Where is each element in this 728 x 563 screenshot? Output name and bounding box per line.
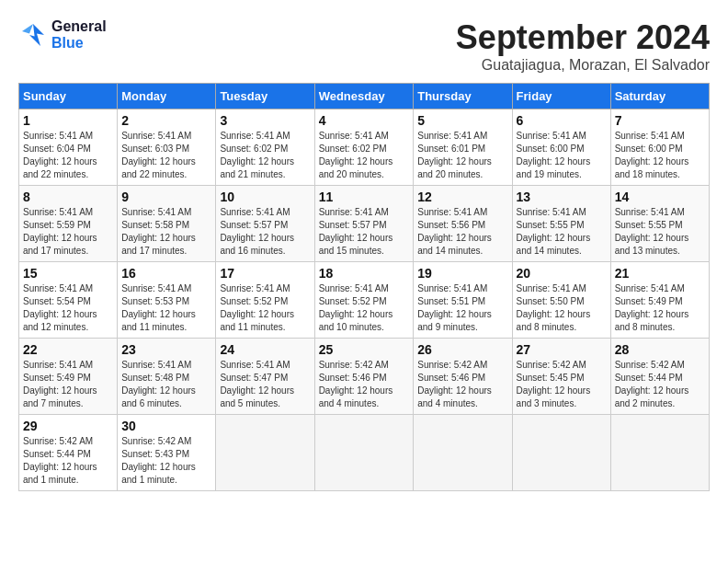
calendar-cell: 7Sunrise: 5:41 AM Sunset: 6:00 PM Daylig… — [610, 109, 709, 186]
day-info: Sunrise: 5:42 AM Sunset: 5:46 PM Dayligh… — [319, 359, 410, 410]
calendar-cell: 14Sunrise: 5:41 AM Sunset: 5:55 PM Dayli… — [610, 186, 709, 262]
day-number: 20 — [517, 266, 607, 281]
calendar-header-tuesday: Tuesday — [216, 84, 314, 109]
calendar-cell: 24Sunrise: 5:41 AM Sunset: 5:47 PM Dayli… — [216, 339, 314, 415]
day-info: Sunrise: 5:42 AM Sunset: 5:45 PM Dayligh… — [517, 359, 607, 410]
day-info: Sunrise: 5:41 AM Sunset: 6:02 PM Dayligh… — [220, 130, 310, 181]
day-number: 25 — [319, 342, 410, 357]
day-number: 22 — [23, 342, 113, 357]
calendar-cell: 17Sunrise: 5:41 AM Sunset: 5:52 PM Dayli… — [216, 262, 314, 339]
day-info: Sunrise: 5:41 AM Sunset: 5:55 PM Dayligh… — [615, 206, 705, 258]
day-info: Sunrise: 5:41 AM Sunset: 6:04 PM Dayligh… — [23, 130, 113, 181]
day-info: Sunrise: 5:41 AM Sunset: 5:49 PM Dayligh… — [615, 282, 705, 334]
calendar-cell: 16Sunrise: 5:41 AM Sunset: 5:53 PM Dayli… — [118, 262, 216, 339]
day-number: 14 — [615, 190, 705, 204]
calendar-cell: 30Sunrise: 5:42 AM Sunset: 5:43 PM Dayli… — [118, 415, 216, 491]
calendar-cell: 23Sunrise: 5:41 AM Sunset: 5:48 PM Dayli… — [118, 339, 216, 415]
calendar-cell — [216, 415, 314, 491]
day-number: 5 — [417, 113, 507, 128]
day-info: Sunrise: 5:41 AM Sunset: 5:48 PM Dayligh… — [121, 359, 211, 410]
day-number: 1 — [23, 113, 113, 128]
calendar-cell: 21Sunrise: 5:41 AM Sunset: 5:49 PM Dayli… — [610, 262, 709, 339]
calendar-cell — [414, 415, 512, 491]
calendar-header-thursday: Thursday — [414, 84, 512, 109]
day-number: 15 — [23, 266, 113, 281]
calendar-header-sunday: Sunday — [19, 84, 118, 109]
day-number: 26 — [417, 342, 507, 357]
day-info: Sunrise: 5:41 AM Sunset: 6:03 PM Dayligh… — [121, 130, 211, 181]
day-number: 19 — [417, 266, 507, 281]
calendar-cell: 13Sunrise: 5:41 AM Sunset: 5:55 PM Dayli… — [512, 186, 610, 262]
logo-text: General Blue — [51, 18, 107, 52]
day-number: 3 — [220, 113, 310, 128]
day-info: Sunrise: 5:41 AM Sunset: 5:47 PM Dayligh… — [220, 359, 310, 410]
day-info: Sunrise: 5:41 AM Sunset: 5:57 PM Dayligh… — [220, 206, 310, 258]
day-info: Sunrise: 5:41 AM Sunset: 6:00 PM Dayligh… — [615, 130, 705, 181]
calendar-cell: 18Sunrise: 5:41 AM Sunset: 5:52 PM Dayli… — [314, 262, 414, 339]
day-info: Sunrise: 5:41 AM Sunset: 6:02 PM Dayligh… — [319, 130, 410, 181]
day-info: Sunrise: 5:41 AM Sunset: 6:00 PM Dayligh… — [517, 130, 607, 181]
day-number: 8 — [23, 190, 113, 204]
location-subtitle: Guatajiagua, Morazan, El Salvador — [456, 57, 710, 74]
day-info: Sunrise: 5:41 AM Sunset: 5:49 PM Dayligh… — [23, 359, 113, 410]
day-info: Sunrise: 5:41 AM Sunset: 5:58 PM Dayligh… — [121, 206, 211, 258]
day-info: Sunrise: 5:42 AM Sunset: 5:43 PM Dayligh… — [121, 435, 211, 487]
calendar-cell: 3Sunrise: 5:41 AM Sunset: 6:02 PM Daylig… — [216, 109, 314, 186]
calendar-cell: 11Sunrise: 5:41 AM Sunset: 5:57 PM Dayli… — [314, 186, 414, 262]
day-info: Sunrise: 5:41 AM Sunset: 5:53 PM Dayligh… — [121, 282, 211, 334]
day-number: 17 — [220, 266, 310, 281]
day-info: Sunrise: 5:41 AM Sunset: 5:56 PM Dayligh… — [417, 206, 507, 258]
calendar-cell: 25Sunrise: 5:42 AM Sunset: 5:46 PM Dayli… — [314, 339, 414, 415]
calendar-cell: 5Sunrise: 5:41 AM Sunset: 6:01 PM Daylig… — [414, 109, 512, 186]
day-info: Sunrise: 5:42 AM Sunset: 5:46 PM Dayligh… — [417, 359, 507, 410]
calendar-cell: 22Sunrise: 5:41 AM Sunset: 5:49 PM Dayli… — [19, 339, 118, 415]
day-number: 6 — [517, 113, 607, 128]
calendar-header-saturday: Saturday — [610, 84, 709, 109]
calendar-week-row: 8Sunrise: 5:41 AM Sunset: 5:59 PM Daylig… — [19, 186, 710, 262]
calendar-header-wednesday: Wednesday — [314, 84, 414, 109]
calendar-cell: 1Sunrise: 5:41 AM Sunset: 6:04 PM Daylig… — [19, 109, 118, 186]
day-number: 13 — [517, 190, 607, 204]
calendar-header-friday: Friday — [512, 84, 610, 109]
day-info: Sunrise: 5:41 AM Sunset: 5:52 PM Dayligh… — [319, 282, 410, 334]
calendar-week-row: 29Sunrise: 5:42 AM Sunset: 5:44 PM Dayli… — [19, 415, 710, 491]
day-number: 30 — [121, 419, 211, 433]
day-info: Sunrise: 5:41 AM Sunset: 5:52 PM Dayligh… — [220, 282, 310, 334]
day-info: Sunrise: 5:41 AM Sunset: 5:51 PM Dayligh… — [417, 282, 507, 334]
calendar-cell: 4Sunrise: 5:41 AM Sunset: 6:02 PM Daylig… — [314, 109, 414, 186]
calendar-header-monday: Monday — [118, 84, 216, 109]
day-number: 24 — [220, 342, 310, 357]
day-info: Sunrise: 5:42 AM Sunset: 5:44 PM Dayligh… — [23, 435, 113, 487]
calendar-cell: 15Sunrise: 5:41 AM Sunset: 5:54 PM Dayli… — [19, 262, 118, 339]
day-number: 29 — [23, 419, 113, 433]
calendar-cell: 6Sunrise: 5:41 AM Sunset: 6:00 PM Daylig… — [512, 109, 610, 186]
calendar-cell: 8Sunrise: 5:41 AM Sunset: 5:59 PM Daylig… — [19, 186, 118, 262]
day-info: Sunrise: 5:41 AM Sunset: 5:55 PM Dayligh… — [517, 206, 607, 258]
calendar-cell: 19Sunrise: 5:41 AM Sunset: 5:51 PM Dayli… — [414, 262, 512, 339]
calendar-week-row: 22Sunrise: 5:41 AM Sunset: 5:49 PM Dayli… — [19, 339, 710, 415]
day-info: Sunrise: 5:41 AM Sunset: 5:54 PM Dayligh… — [23, 282, 113, 334]
day-number: 21 — [615, 266, 705, 281]
day-number: 27 — [517, 342, 607, 357]
day-info: Sunrise: 5:41 AM Sunset: 5:59 PM Dayligh… — [23, 206, 113, 258]
day-number: 7 — [615, 113, 705, 128]
calendar-week-row: 1Sunrise: 5:41 AM Sunset: 6:04 PM Daylig… — [19, 109, 710, 186]
day-number: 2 — [121, 113, 211, 128]
day-number: 16 — [121, 266, 211, 281]
calendar-cell: 29Sunrise: 5:42 AM Sunset: 5:44 PM Dayli… — [19, 415, 118, 491]
svg-marker-1 — [22, 24, 33, 33]
day-info: Sunrise: 5:41 AM Sunset: 5:57 PM Dayligh… — [319, 206, 410, 258]
day-number: 11 — [319, 190, 410, 204]
day-info: Sunrise: 5:41 AM Sunset: 5:50 PM Dayligh… — [517, 282, 607, 334]
day-number: 9 — [121, 190, 211, 204]
calendar-week-row: 15Sunrise: 5:41 AM Sunset: 5:54 PM Dayli… — [19, 262, 710, 339]
calendar-cell: 27Sunrise: 5:42 AM Sunset: 5:45 PM Dayli… — [512, 339, 610, 415]
day-info: Sunrise: 5:42 AM Sunset: 5:44 PM Dayligh… — [615, 359, 705, 410]
logo: General Blue — [18, 18, 107, 52]
calendar-cell — [512, 415, 610, 491]
calendar-cell: 26Sunrise: 5:42 AM Sunset: 5:46 PM Dayli… — [414, 339, 512, 415]
month-title: September 2024 — [456, 18, 710, 57]
calendar-cell — [610, 415, 709, 491]
title-area: September 2024 Guatajiagua, Morazan, El … — [456, 18, 710, 74]
header: General Blue September 2024 Guatajiagua,… — [18, 18, 710, 74]
